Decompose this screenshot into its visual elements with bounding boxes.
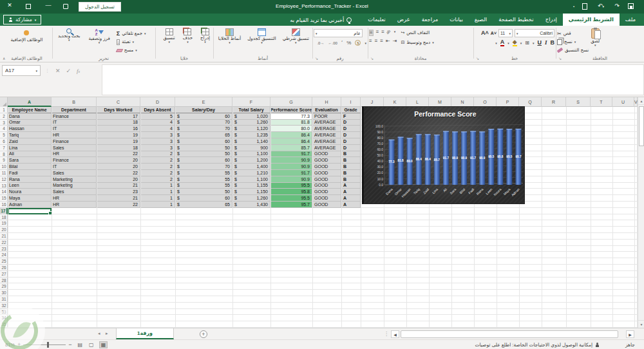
format-painter-button[interactable]: نسخ التنسيق [557,46,589,54]
cell-evaluation[interactable]: AVERAGE [312,120,341,126]
row-number-22[interactable]: 22 [0,240,8,246]
column-header-R[interactable]: R [542,97,566,107]
underline-menu-icon[interactable]: ▾ [533,41,535,45]
column-header-K[interactable]: K [384,97,406,107]
row-number-28[interactable]: 28 [0,278,8,284]
cell-department[interactable]: Sales [52,145,97,151]
cell-salary-day[interactable]: $70 [175,164,232,170]
cell-total-salary[interactable]: $1,235 [232,132,270,138]
cell-total-salary[interactable]: $900 [232,145,270,151]
cell-grade[interactable]: D [341,126,361,132]
page-layout-view-icon[interactable]: ▢ [88,342,95,348]
header-cell[interactable]: Days Worked [97,107,140,113]
cell-days-absent[interactable]: 2 [140,176,175,183]
performance-score-chart[interactable]: Performance ScorePerformance Score0.010.… [362,106,525,204]
cell-evaluation[interactable]: AVERAGE [312,132,341,138]
cell-grade[interactable]: F [341,113,361,120]
cell-salary-day[interactable]: $60 [175,157,232,164]
tab-مراجعة[interactable]: مراجعة [416,14,444,26]
cell-days-absent[interactable]: 1 [140,189,175,195]
currency-icon[interactable]: $ [355,40,361,46]
cell-department[interactable]: IT [52,164,97,170]
align-middle-icon[interactable]: ≡ [369,30,374,36]
new-document-icon[interactable] [582,3,587,10]
cell-grade[interactable]: A [341,189,361,195]
tab-تعليمات[interactable]: تعليمات [362,14,391,26]
cell-days-absent[interactable]: 1 [140,202,175,208]
column-header-N[interactable]: N [451,97,474,107]
column-header-E[interactable]: E [175,97,232,107]
tab-بيانات[interactable]: بيانات [444,14,468,26]
cell-department[interactable]: Marketing [52,176,97,183]
sheet-tab-active[interactable]: ورقة1 [116,328,174,339]
tab-الشريط الرئيسي[interactable]: الشريط الرئيسي [563,14,620,26]
font-color-menu-icon[interactable]: ▾ [495,41,497,45]
spreadsheet-grid[interactable]: 1234567891011121314151617181920212223242… [0,107,638,328]
cell-total-salary[interactable]: $1,260 [232,195,270,202]
cell-total-salary[interactable]: $1,260 [232,120,270,126]
cell-days-absent[interactable]: 3 [140,145,175,151]
align-left-icon[interactable]: ≡ [369,39,372,44]
column-header-A[interactable]: A [8,97,52,107]
font-size-input[interactable]: 11▾ [498,29,513,37]
row-number-2[interactable]: 2 [0,113,8,120]
cell-days-absent[interactable]: 5 [140,113,175,120]
cell-grade[interactable]: B [341,170,361,176]
cell-total-salary[interactable]: $1,150 [232,189,270,195]
cell-score[interactable]: 95.5 [270,195,312,202]
cell-days-worked[interactable]: 22 [97,170,140,176]
column-header-U[interactable]: U [612,97,634,107]
row-number-29[interactable]: 29 [0,283,8,290]
cell-styles-button[interactable]: أنماط الخلايا▾ [216,28,243,46]
cell-salary-day[interactable]: $50 [175,151,232,158]
cell-salary-day[interactable]: $60 [175,195,232,202]
add-sheet-icon[interactable]: + [200,330,207,338]
normal-view-icon[interactable]: ▦ [99,341,108,348]
selected-cell-A17[interactable] [8,208,52,214]
cell-department[interactable]: Marketing [52,183,97,189]
row-number-20[interactable]: 20 [0,227,8,233]
font-color-icon[interactable]: A [500,39,505,46]
cell-name[interactable]: Sara [8,157,52,164]
column-header-F[interactable]: F [232,97,270,107]
align-center-icon[interactable]: ≡ [375,39,378,44]
cell-days-worked[interactable]: 21 [97,183,140,189]
column-header-O[interactable]: O [474,97,497,107]
row-number-25[interactable]: 25 [0,258,8,265]
orientation-menu-icon[interactable]: ▾ [394,30,396,36]
horizontal-scroll-thumb[interactable] [401,330,618,338]
cell-evaluation[interactable]: GOOD [312,195,341,202]
merge-center-button[interactable]: ⊟دمج وتوسيط▾ [401,39,433,46]
borders-icon[interactable]: ⊞ [525,40,529,46]
cell-days-absent[interactable]: 4 [140,126,175,132]
cell-total-salary[interactable]: $1,200 [232,157,270,164]
cell-grade[interactable]: A [341,195,361,202]
header-cell[interactable]: Total Salary [232,107,270,113]
select-all-corner[interactable] [0,97,8,107]
cell-department[interactable]: HR [52,195,97,202]
row-number-33[interactable]: 33 [0,309,8,316]
vertical-scrollbar[interactable]: ▲ ▼ [638,97,644,328]
cell-department[interactable]: IT [52,126,97,132]
cell-department[interactable]: HR [52,202,97,208]
header-cell[interactable]: Grade [341,107,361,113]
delete-cells-button[interactable]: حذف▾ [181,28,194,45]
cell-days-absent[interactable]: 3 [140,138,175,145]
name-box-dropdown-icon[interactable]: ▾ [35,69,37,73]
cell-name[interactable]: Hassan [8,126,52,132]
cell-grade[interactable]: D [341,132,361,138]
cell-department[interactable]: IT [52,120,97,126]
copy-button[interactable]: نسخ▾ [557,38,589,46]
cell-grade[interactable]: B [341,176,361,183]
insert-cells-button[interactable]: إدراج▾ [198,28,212,45]
align-right-icon[interactable]: ≡ [380,39,383,44]
column-header-T[interactable]: T [591,97,612,107]
undo-icon[interactable]: ↶▾ [598,3,604,9]
cell-days-absent[interactable]: 2 [140,157,175,164]
cell-score[interactable]: 86.4 [270,132,312,138]
column-header-M[interactable]: M [429,97,451,107]
cell-days-absent[interactable]: 2 [140,164,175,170]
cell-evaluation[interactable]: GOOD [312,164,341,170]
row-number-23[interactable]: 23 [0,246,8,252]
cell-salary-day[interactable]: $65 [175,202,232,208]
